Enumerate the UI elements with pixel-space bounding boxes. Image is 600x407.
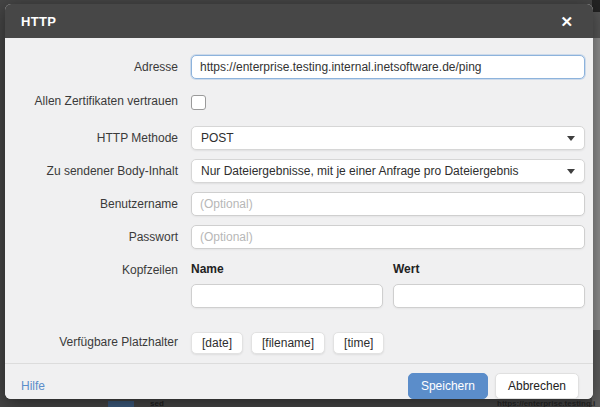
headers-label: Kopfzeilen bbox=[17, 262, 191, 277]
row-placeholders: Verfügbare Platzhalter [date] [filename]… bbox=[17, 332, 585, 354]
dialog-title: HTTP bbox=[21, 14, 56, 29]
headers-name-column-label: Name bbox=[191, 262, 383, 276]
row-trust-certs: Allen Zertifikaten vertrauen bbox=[17, 91, 585, 114]
header-name-input[interactable] bbox=[191, 284, 383, 308]
row-headers: Kopfzeilen Name Wert bbox=[17, 262, 585, 308]
adresse-label: Adresse bbox=[17, 55, 191, 79]
backdrop-fragment-text: sed bbox=[150, 400, 210, 407]
chevron-down-icon bbox=[567, 169, 575, 174]
row-password: Passwort bbox=[17, 225, 585, 249]
body-content-value: Nur Dateiergebnisse, mit je einer Anfrag… bbox=[201, 164, 519, 178]
header-value-input[interactable] bbox=[393, 284, 585, 308]
http-method-value: POST bbox=[201, 131, 234, 145]
password-label: Passwort bbox=[17, 225, 191, 249]
help-link[interactable]: Hilfe bbox=[21, 379, 45, 393]
body-content-label: Zu sendener Body-Inhalt bbox=[17, 159, 191, 183]
row-adresse: Adresse bbox=[17, 55, 585, 79]
http-settings-dialog: HTTP ✕ Adresse Allen Zertifikaten vertra… bbox=[5, 4, 593, 399]
http-method-label: HTTP Methode bbox=[17, 126, 191, 150]
backdrop-fragment-blue-cell bbox=[108, 401, 134, 407]
trust-certs-label: Allen Zertifikaten vertrauen bbox=[17, 91, 191, 111]
password-input[interactable] bbox=[191, 225, 585, 249]
placeholder-date-button[interactable]: [date] bbox=[191, 332, 243, 354]
backdrop-fragment-url: https://enterprise.testing.i bbox=[497, 400, 597, 407]
placeholders-label: Verfügbare Platzhalter bbox=[17, 332, 191, 352]
headers-value-column-label: Wert bbox=[393, 262, 585, 276]
trust-certs-checkbox[interactable] bbox=[191, 95, 206, 110]
username-input[interactable] bbox=[191, 192, 585, 216]
row-body-content: Zu sendener Body-Inhalt Nur Dateiergebni… bbox=[17, 159, 585, 183]
close-icon[interactable]: ✕ bbox=[556, 12, 577, 31]
chevron-down-icon bbox=[567, 136, 575, 141]
body-content-select[interactable]: Nur Dateiergebnisse, mit je einer Anfrag… bbox=[191, 159, 585, 183]
save-button[interactable]: Speichern bbox=[408, 373, 488, 399]
row-username: Benutzername bbox=[17, 192, 585, 216]
placeholder-filename-button[interactable]: [filename] bbox=[251, 332, 325, 354]
http-method-select[interactable]: POST bbox=[191, 126, 585, 150]
dialog-body: Adresse Allen Zertifikaten vertrauen HTT… bbox=[5, 38, 593, 363]
dialog-footer: Hilfe Speichern Abbrechen bbox=[5, 363, 593, 399]
dialog-header: HTTP ✕ bbox=[5, 4, 593, 38]
backdrop-page-edge bbox=[592, 0, 600, 407]
adresse-input[interactable] bbox=[191, 55, 585, 79]
username-label: Benutzername bbox=[17, 192, 191, 216]
cancel-button[interactable]: Abbrechen bbox=[495, 373, 579, 399]
row-http-method: HTTP Methode POST bbox=[17, 126, 585, 150]
placeholder-time-button[interactable]: [time] bbox=[333, 332, 384, 354]
